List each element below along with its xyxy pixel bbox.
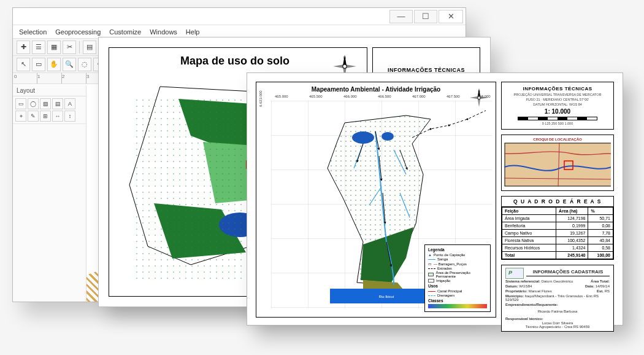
svg-point-15 [352, 131, 374, 144]
lt-8[interactable]: ⊞ [40, 111, 51, 122]
lt-10[interactable]: ↕ [64, 111, 75, 122]
menu-windows[interactable]: Windows [150, 28, 177, 36]
menu-help[interactable]: Help [186, 28, 200, 36]
menu-geoprocessing[interactable]: Geoprocessing [55, 28, 101, 36]
menu-selection[interactable]: Selection [19, 28, 47, 36]
map-b-frame: Mapeamento Ambiental - Atividade Irrigaç… [256, 82, 496, 318]
svg-point-17 [430, 128, 432, 130]
window-titlebar: — ☐ ✕ [13, 8, 466, 25]
lt-5[interactable]: A [64, 98, 75, 109]
lt-6[interactable]: ⌖ [15, 111, 26, 122]
lt-1[interactable]: ▭ [15, 98, 26, 109]
areas-table: FeiçãoÁrea (ha)% Área Irrigada124,719850… [502, 207, 613, 259]
lt-4[interactable]: ▤ [52, 98, 63, 109]
tool-select[interactable]: ▭ [32, 58, 45, 71]
menu-customize[interactable]: Customize [109, 28, 141, 36]
close-button[interactable]: ✕ [439, 10, 463, 23]
tool-add[interactable]: ✚ [17, 41, 30, 54]
layout-side-panel: Layout ▭ ◯ ▧ ▤ A ⌖ ✎ ⊞ ↔ ↕ [13, 85, 86, 302]
layout-label: Layout [13, 85, 86, 96]
cadastral-info-box: INFORMAÇÕES CADASTRAIS Sistema referenci… [501, 265, 614, 332]
svg-point-19 [467, 119, 469, 120]
lt-2[interactable]: ◯ [28, 98, 39, 109]
tool-grid[interactable]: ▦ [47, 41, 61, 54]
tool-ishape[interactable]: ◌ [78, 58, 91, 71]
map-b-title: Mapeamento Ambiental - Atividade Irrigaç… [256, 86, 496, 93]
tech-info-box: INFORMAÇÕES TÉCNICAS PROJEÇÃO UNIVERSAL … [501, 82, 614, 130]
tool-pointer[interactable]: ↖ [17, 58, 30, 71]
lt-7[interactable]: ✎ [28, 111, 39, 122]
location-map-box: CROQUI DE LOCALIZAÇÃO [501, 135, 614, 191]
tool-zoom[interactable]: 🔍 [63, 58, 76, 71]
svg-point-16 [381, 132, 394, 141]
tool-layer[interactable]: ▤ [83, 41, 96, 54]
tool-cut[interactable]: ✂ [63, 41, 76, 54]
sheet-mapeamento-ambiental: Mapeamento Ambiental - Atividade Irrigaç… [247, 72, 623, 326]
map-legend: Legenda ▲Ponto de Captação Sanga ▭— Barr… [424, 244, 491, 312]
tool-pan[interactable]: ✋ [47, 58, 61, 71]
minimize-button[interactable]: — [389, 10, 413, 23]
svg-point-18 [448, 125, 450, 127]
svg-text:Rio Ibicuí: Rio Ibicuí [378, 295, 394, 298]
company-logo [505, 268, 524, 279]
svg-rect-20 [505, 143, 611, 186]
lt-3[interactable]: ▧ [40, 98, 51, 109]
maximize-button[interactable]: ☐ [414, 10, 437, 23]
sheet-a-title: Mapa de uso do solo [115, 55, 355, 68]
tool-open[interactable]: ☰ [32, 41, 45, 54]
areas-table-box: Q U A D R O D E Á R E A S FeiçãoÁrea (ha… [501, 196, 614, 260]
scale-bar [518, 117, 597, 120]
lt-9[interactable]: ↔ [52, 111, 63, 122]
